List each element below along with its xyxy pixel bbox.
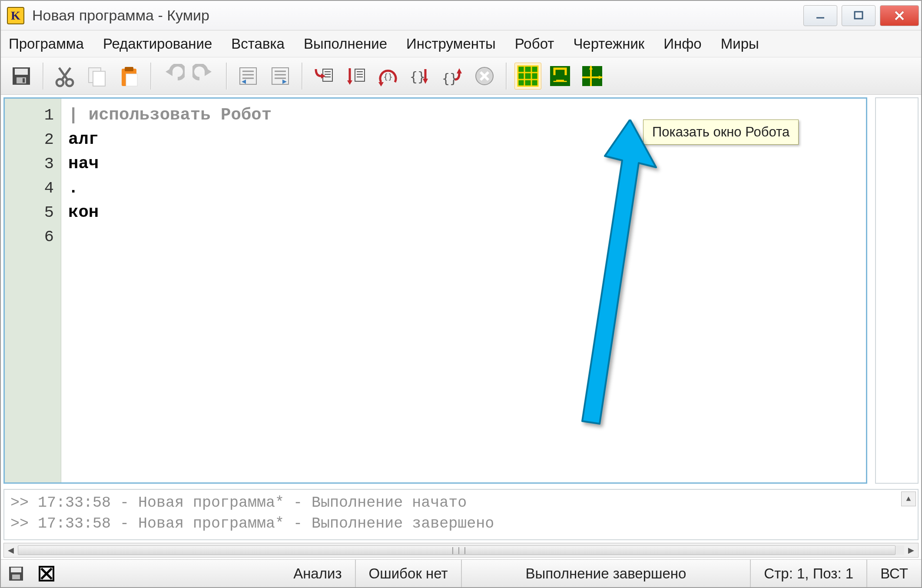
app-window: K Новая программа - Кумир Программа Реда… <box>0 0 922 588</box>
status-clear-icon[interactable] <box>36 563 57 585</box>
svg-rect-7 <box>23 78 25 83</box>
robot-window-icon[interactable] <box>514 63 541 90</box>
line-number: 6 <box>5 225 54 249</box>
window-controls <box>801 5 921 26</box>
toolbar: {} {} {} <box>1 57 921 95</box>
status-insert-mode: ВСТ <box>867 560 921 587</box>
svg-rect-66 <box>11 568 21 572</box>
statusbar: Анализ Ошибок нет Выполнение завершено С… <box>1 559 921 587</box>
line-number: 4 <box>5 176 54 200</box>
svg-rect-16 <box>126 74 137 86</box>
menu-tools[interactable]: Инструменты <box>406 36 496 52</box>
cut-icon[interactable] <box>51 63 78 90</box>
scroll-thumb[interactable] <box>18 545 895 555</box>
step-out-icon[interactable]: {} <box>439 63 466 90</box>
menu-program[interactable]: Программа <box>9 36 84 52</box>
indent-icon[interactable] <box>267 63 294 90</box>
status-analysis: Анализ <box>280 560 355 587</box>
undo-icon[interactable] <box>159 63 186 90</box>
line-number: 2 <box>5 127 54 152</box>
outdent-icon[interactable] <box>235 63 262 90</box>
code-line: . <box>68 176 859 200</box>
menu-run[interactable]: Выполнение <box>304 36 387 52</box>
line-number: 5 <box>5 200 54 225</box>
svg-marker-39 <box>347 80 352 85</box>
code-editor[interactable]: 1 2 3 4 5 6 | использовать Робот алг нач… <box>3 97 867 484</box>
code-line: нач <box>68 152 859 176</box>
step-over-icon[interactable] <box>342 63 369 90</box>
stop-icon[interactable] <box>471 63 498 90</box>
editor-panel: 1 2 3 4 5 6 | использовать Робот алг нач… <box>3 97 867 484</box>
scroll-left-icon[interactable]: ◀ <box>4 543 18 557</box>
status-exec: Выполнение завершено <box>462 560 751 587</box>
app-icon: K <box>7 7 24 24</box>
tooltip: Показать окно Робота <box>643 120 799 145</box>
status-errors: Ошибок нет <box>356 560 462 587</box>
scroll-up-icon[interactable]: ▲ <box>901 492 916 506</box>
code-content[interactable]: | использовать Робот алг нач . кон <box>61 99 866 482</box>
draftsman-window-icon[interactable] <box>579 63 606 90</box>
svg-marker-18 <box>205 67 212 76</box>
svg-marker-23 <box>242 80 246 84</box>
horizontal-scrollbar[interactable]: ◀ ▶ <box>3 543 919 558</box>
menu-edit[interactable]: Редактирование <box>103 36 212 52</box>
redo-icon[interactable] <box>191 63 218 90</box>
svg-rect-13 <box>93 71 105 86</box>
line-number: 3 <box>5 152 54 176</box>
line-number: 1 <box>5 103 54 127</box>
svg-rect-5 <box>15 69 28 75</box>
svg-rect-1 <box>855 12 862 19</box>
svg-rect-29 <box>323 69 332 81</box>
svg-marker-40 <box>378 82 384 86</box>
menu-draftsman[interactable]: Чертежник <box>573 36 644 52</box>
status-cursor-pos: Стр: 1, Поз: 1 <box>751 560 867 587</box>
menu-insert[interactable]: Вставка <box>231 36 285 52</box>
close-button[interactable] <box>880 5 919 26</box>
svg-rect-67 <box>12 575 20 579</box>
svg-text:{}: {} <box>410 69 425 84</box>
menubar: Программа Редактирование Вставка Выполне… <box>1 30 921 57</box>
menu-worlds[interactable]: Миры <box>721 36 759 52</box>
maximize-button[interactable] <box>842 5 876 26</box>
work-area: 1 2 3 4 5 6 | использовать Робот алг нач… <box>1 95 921 486</box>
code-line: кон <box>68 200 859 225</box>
svg-rect-50 <box>518 66 538 86</box>
side-panel <box>875 97 919 484</box>
window-title: Новая программа - Кумир <box>32 7 209 24</box>
svg-marker-17 <box>166 67 172 76</box>
copy-icon[interactable] <box>83 63 110 90</box>
console-line: >> 17:33:58 - Новая программа* - Выполне… <box>10 513 912 534</box>
run-icon[interactable]: {} <box>375 63 401 90</box>
scroll-track[interactable] <box>18 545 904 555</box>
svg-marker-28 <box>282 80 287 84</box>
titlebar: K Новая программа - Кумир <box>1 1 921 30</box>
paste-icon[interactable] <box>116 63 143 90</box>
save-icon[interactable] <box>8 63 35 90</box>
menu-robot[interactable]: Робот <box>515 36 554 52</box>
console-line: >> 17:33:58 - Новая программа* - Выполне… <box>10 492 912 513</box>
svg-point-10 <box>56 79 63 86</box>
svg-text:{}: {} <box>383 72 393 81</box>
svg-point-11 <box>66 79 73 86</box>
minimize-button[interactable] <box>803 5 837 26</box>
scroll-right-icon[interactable]: ▶ <box>904 543 918 557</box>
run-to-cursor-icon[interactable]: {} <box>407 63 434 90</box>
step-into-icon[interactable] <box>310 63 337 90</box>
line-gutter: 1 2 3 4 5 6 <box>5 99 61 482</box>
svg-rect-34 <box>355 69 365 81</box>
menu-info[interactable]: Инфо <box>663 36 701 52</box>
status-save-icon[interactable] <box>5 563 27 585</box>
svg-rect-15 <box>125 67 133 71</box>
robot-field-icon[interactable] <box>547 63 574 90</box>
output-console[interactable]: >> 17:33:58 - Новая программа* - Выполне… <box>3 489 919 540</box>
